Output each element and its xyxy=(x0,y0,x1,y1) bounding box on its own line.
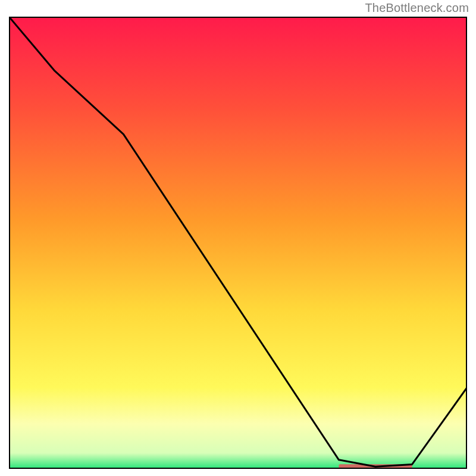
watermark-text: TheBottleneck.com xyxy=(365,1,469,15)
bottleneck-chart xyxy=(9,17,467,469)
plot-gradient-background xyxy=(9,17,467,469)
chart-container: TheBottleneck.com xyxy=(0,0,476,476)
